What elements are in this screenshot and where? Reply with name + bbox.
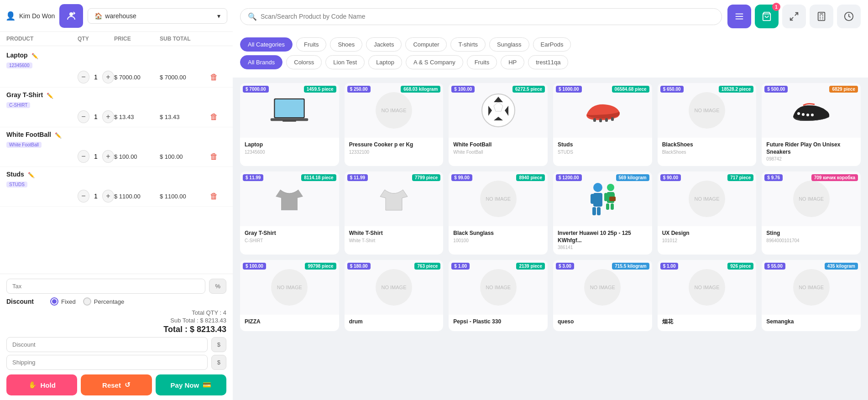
product-card[interactable]: $ 7000.00 1459.5 piece Laptop 12345600 xyxy=(240,83,339,166)
shipping-input[interactable] xyxy=(6,355,208,370)
brand-ascompany-button[interactable]: A & S Company xyxy=(406,55,463,69)
qty-plus-button[interactable]: + xyxy=(102,71,114,83)
qty-minus-button[interactable]: − xyxy=(78,71,89,83)
product-card[interactable]: $ 1000.00 06584.68 piece Studs STUDS xyxy=(553,83,652,166)
category-earpods-button[interactable]: EarPods xyxy=(533,37,571,52)
discount-fixed-option[interactable]: Fixed xyxy=(50,297,76,306)
discount-fixed-label: Fixed xyxy=(61,298,76,305)
col-action xyxy=(210,36,226,42)
qty-minus-button[interactable]: − xyxy=(78,190,89,203)
svg-point-32 xyxy=(806,114,809,116)
list-view-button[interactable] xyxy=(727,5,751,28)
brand-trest-button[interactable]: trest11qa xyxy=(528,55,568,69)
dashboard-icon xyxy=(844,11,854,21)
discount-percentage-option[interactable]: Percentage xyxy=(83,297,125,306)
price-badge: $ 9.76 xyxy=(764,174,783,181)
dashboard-button[interactable] xyxy=(837,5,861,28)
warehouse-selector[interactable]: 🏠 warehouse ▾ xyxy=(88,8,227,24)
category-fruits-button[interactable]: Fruits xyxy=(296,37,327,52)
search-input-wrap: 🔍 xyxy=(240,8,722,25)
product-card[interactable]: $ 55.00 435 kilogram NO IMAGE Semangka xyxy=(762,260,861,331)
brand-hp-button[interactable]: HP xyxy=(501,55,524,69)
brand-all-button[interactable]: All Brands xyxy=(240,55,282,69)
product-name: Pepsi - Plastic 330 xyxy=(453,318,543,326)
brand-laptop-button[interactable]: Laptop xyxy=(368,55,402,69)
brand-liontest-button[interactable]: Lion Test xyxy=(325,55,365,69)
delete-item-button[interactable]: 🗑 xyxy=(210,192,226,201)
qty-minus-button[interactable]: − xyxy=(78,110,89,123)
product-card[interactable]: $ 1200.00 569 kilogram xyxy=(553,171,652,255)
svg-line-6 xyxy=(790,17,793,20)
delete-item-button[interactable]: 🗑 xyxy=(210,112,226,122)
stock-badge: 8940 piece xyxy=(516,174,545,181)
product-card[interactable]: $ 1.00 926 piece NO IMAGE 烟花 xyxy=(658,260,757,331)
product-card[interactable]: $ 1.00 2139 piece NO IMAGE Pepsi - Plast… xyxy=(449,260,548,331)
product-card[interactable]: $ 11.99 7799 piece White T-Shirt White T… xyxy=(345,171,444,255)
tax-input[interactable] xyxy=(6,279,205,294)
product-card[interactable]: $ 99.00 8940 piece NO IMAGE Black Sungla… xyxy=(449,171,548,255)
user-switch-icon xyxy=(66,10,77,21)
card-image-area: $ 3.00 715.5 kilogram NO IMAGE xyxy=(553,260,652,315)
svg-rect-2 xyxy=(736,16,743,17)
top-icons: 1 xyxy=(727,5,861,28)
expand-button[interactable] xyxy=(782,5,806,28)
product-card[interactable]: $ 11.99 8114.18 piece Gray T-Shirt C-SHI… xyxy=(240,171,339,255)
card-image-area: $ 650.00 18528.2 piece NO IMAGE xyxy=(658,83,757,138)
reset-button[interactable]: Reset ↺ xyxy=(81,374,152,395)
qty-minus-button[interactable]: − xyxy=(78,150,89,163)
svg-rect-28 xyxy=(605,118,608,122)
qty-plus-button[interactable]: + xyxy=(102,110,114,123)
search-input[interactable] xyxy=(261,13,714,20)
svg-point-0 xyxy=(69,12,73,16)
product-card[interactable]: $ 100.00 99798 piece NO IMAGE PIZZA xyxy=(240,260,339,331)
qty-plus-button[interactable]: + xyxy=(102,190,114,203)
brand-fruits-button[interactable]: Fruits xyxy=(467,55,497,69)
pay-now-button[interactable]: Pay Now 💳 xyxy=(156,374,226,395)
product-sku: BlackShoes xyxy=(662,150,752,155)
calculator-button[interactable] xyxy=(810,5,833,28)
studs-image xyxy=(582,94,623,126)
product-card[interactable]: $ 100.00 6272.5 piece White FootBall Whi… xyxy=(449,83,548,166)
category-computer-button[interactable]: Computer xyxy=(405,37,447,52)
category-tshirts-button[interactable]: T-shirts xyxy=(450,37,486,52)
col-qty: QTY xyxy=(78,36,114,42)
house-icon: 🏠 xyxy=(94,12,102,20)
qty-plus-button[interactable]: + xyxy=(102,150,114,163)
user-switch-button[interactable] xyxy=(59,4,83,28)
category-shoes-button[interactable]: Shoes xyxy=(330,37,362,52)
edit-icon[interactable]: ✏️ xyxy=(55,132,62,139)
product-card[interactable]: $ 90.00 717 piece NO IMAGE UX Design 101… xyxy=(658,171,757,255)
no-image: NO IMAGE xyxy=(376,269,412,306)
product-card[interactable]: $ 9.76 709 кичик коробка NO IMAGE Sting … xyxy=(762,171,861,255)
product-card[interactable]: $ 500.00 6829 piece Future Rider Play On… xyxy=(762,83,861,166)
product-card[interactable]: $ 250.00 668.03 kilogram NO IMAGE Pressu… xyxy=(345,83,444,166)
no-image: NO IMAGE xyxy=(689,92,725,129)
card-info: BlackShoes BlackShoes xyxy=(658,138,757,159)
table-header: PRODUCT QTY PRICE SUB TOTAL xyxy=(0,32,233,46)
edit-icon[interactable]: ✏️ xyxy=(31,53,38,59)
price-badge: $ 1.00 xyxy=(660,263,679,270)
discount-input[interactable] xyxy=(6,337,208,352)
pay-label: Pay Now xyxy=(171,381,199,389)
category-sunglass-button[interactable]: Sunglass xyxy=(489,37,529,52)
bottom-section: % Discount Fixed Percentage Total QTY : … xyxy=(0,274,233,400)
brand-colorss-button[interactable]: Colorss xyxy=(286,55,322,69)
category-jackets-button[interactable]: Jackets xyxy=(366,37,402,52)
svg-rect-38 xyxy=(592,207,596,215)
category-all-button[interactable]: All Categories xyxy=(240,37,293,52)
product-card[interactable]: $ 180.00 763 piece NO IMAGE drum xyxy=(345,260,444,331)
cart-button[interactable]: 1 xyxy=(755,5,779,28)
card-image-area: $ 99.00 8940 piece NO IMAGE xyxy=(449,171,548,226)
edit-icon[interactable]: ✏️ xyxy=(28,172,35,178)
delete-item-button[interactable]: 🗑 xyxy=(210,73,226,82)
card-image-area: $ 55.00 435 kilogram NO IMAGE xyxy=(762,260,861,315)
product-name: PIZZA xyxy=(245,318,335,326)
shipping-input-row: $ xyxy=(6,355,226,370)
product-card[interactable]: $ 650.00 18528.2 piece NO IMAGE BlackSho… xyxy=(658,83,757,166)
product-name: 烟花 xyxy=(662,318,752,326)
radio-fixed-active xyxy=(50,297,58,306)
product-card[interactable]: $ 3.00 715.5 kilogram NO IMAGE queso xyxy=(553,260,652,331)
edit-icon[interactable]: ✏️ xyxy=(47,93,53,99)
hold-button[interactable]: ✋ Hold xyxy=(6,374,77,395)
delete-item-button[interactable]: 🗑 xyxy=(210,152,226,161)
